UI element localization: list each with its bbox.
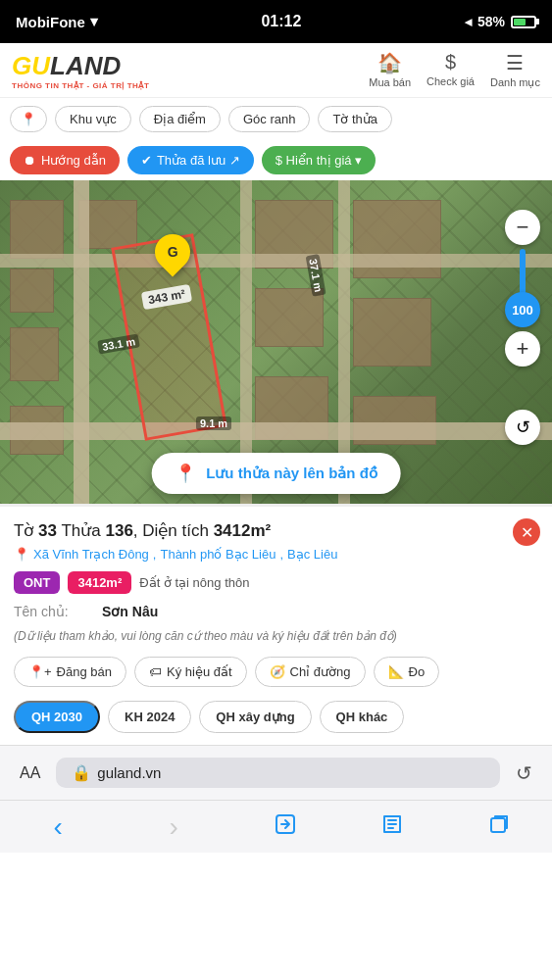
tabs-btn[interactable] — [479, 805, 519, 850]
dang-ban-icon: 📍+ — [28, 664, 52, 679]
nav-mua-ban-label: Mua bán — [369, 76, 411, 88]
svg-rect-1 — [491, 818, 505, 832]
thua-number: 136 — [105, 521, 132, 540]
tag-area: 3412m² — [68, 571, 131, 594]
map-building — [10, 269, 54, 313]
thua-da-luu-btn[interactable]: ✔ Thửa đã lưu ↗ — [127, 146, 254, 174]
ky-hieu-label: Ký hiệu đất — [167, 664, 232, 679]
kh-2024-label: KH 2024 — [125, 710, 175, 724]
action-row: 📍+ Đăng bán 🏷 Ký hiệu đất 🧭 Chỉ đường 📐 … — [14, 657, 538, 689]
road-horizontal-2 — [0, 422, 552, 440]
close-btn[interactable]: ✕ — [513, 518, 540, 546]
kh-2024-btn[interactable]: KH 2024 — [108, 701, 191, 733]
filter-bar: 📍 Khu vực Địa điểm Góc ranh Tờ thửa — [0, 98, 552, 140]
qh-khac-btn[interactable]: QH khác — [320, 701, 405, 733]
zoom-out-btn[interactable]: − — [505, 210, 540, 245]
status-bar: MobiFone ▾ 01:12 ◂ 58% — [0, 0, 552, 43]
to-number: 33 — [38, 521, 57, 540]
tag-desc: Đất ở tại nông thôn — [139, 575, 249, 590]
hien-thi-gia-btn[interactable]: $ Hiển thị giá ▾ — [262, 146, 376, 174]
goc-ranh-label: Góc ranh — [243, 112, 295, 126]
thua-da-luu-label: Thửa đã lưu ↗ — [157, 153, 240, 168]
location-btn[interactable]: 📍 — [10, 106, 47, 132]
pin-letter: G — [168, 244, 178, 260]
to-thua-btn[interactable]: Tờ thửa — [318, 106, 392, 132]
do-label: Đo — [409, 664, 426, 679]
map-zoom-controls: − 100 + — [505, 210, 540, 367]
qh-xay-dung-btn[interactable]: QH xây dựng — [199, 701, 311, 733]
font-size-control[interactable]: AA — [20, 764, 40, 782]
logo-land: LAND — [50, 51, 121, 81]
info-owner: Tên chủ: Sơn Nâu — [14, 604, 538, 619]
huong-dan-btn[interactable]: ⏺ Hướng dẫn — [10, 146, 120, 174]
reload-btn[interactable]: ↺ — [516, 761, 532, 785]
save-banner-text: Lưu thửa này lên bản đồ — [206, 465, 377, 482]
huong-dan-label: Hướng dẫn — [41, 153, 106, 168]
time-display: 01:12 — [261, 13, 301, 30]
dang-ban-label: Đăng bán — [57, 664, 112, 679]
dollar-icon: $ — [445, 51, 456, 74]
dang-ban-btn[interactable]: 📍+ Đăng bán — [14, 657, 126, 687]
map-building — [10, 200, 64, 259]
bottom-nav: ‹ › — [0, 800, 552, 853]
logo-sub: THÔNG TIN THẬT - GIÁ TRỊ THẬT — [12, 81, 149, 90]
road-horizontal — [0, 254, 552, 268]
logo: G U LAND THÔNG TIN THẬT - GIÁ TRỊ THẬT — [12, 51, 149, 90]
map-building — [10, 327, 59, 381]
dia-diem-btn[interactable]: Địa điểm — [139, 106, 221, 132]
logo-u: U — [31, 51, 50, 81]
url-text: guland.vn — [97, 764, 161, 781]
back-btn[interactable]: ‹ — [33, 804, 81, 851]
nav-item-check-gia[interactable]: $ Check giá — [427, 51, 475, 89]
record-icon: ⏺ — [24, 153, 36, 168]
dim-label-3: 9.1 m — [196, 416, 231, 430]
zoom-in-btn[interactable]: + — [505, 331, 540, 367]
location-icon: ◂ — [465, 14, 472, 29]
logo-g: G — [12, 51, 31, 81]
home-icon: 🏠 — [377, 51, 402, 74]
checkmark-icon: ✔ — [141, 153, 152, 168]
nav-check-gia-label: Check giá — [427, 75, 475, 87]
owner-value: Sơn Nâu — [102, 604, 158, 619]
location-pin-icon: 📍 — [14, 547, 29, 562]
battery-percent: 58% — [477, 14, 505, 29]
bookmark-btn[interactable] — [373, 805, 412, 850]
zoom-slider[interactable]: 100 — [520, 249, 526, 327]
nav-items: 🏠 Mua bán $ Check giá ☰ Danh mục — [369, 51, 540, 89]
nav-bar: G U LAND THÔNG TIN THẬT - GIÁ TRỊ THẬT 🏠… — [0, 43, 552, 98]
forward-btn[interactable]: › — [150, 804, 198, 851]
info-location: 📍 Xã Vĩnh Trạch Đông, Thành phố Bạc Liêu… — [14, 547, 538, 562]
do-icon: 📐 — [388, 664, 404, 679]
qh-xay-dung-label: QH xây dựng — [216, 710, 294, 724]
menu-icon: ☰ — [506, 51, 524, 74]
khu-vuc-btn[interactable]: Khu vực — [55, 106, 131, 132]
map-building — [255, 288, 324, 347]
map-building — [353, 298, 431, 367]
zoom-handle: 100 — [505, 292, 540, 327]
location-3[interactable]: Bạc Liêu — [287, 547, 337, 562]
url-bar[interactable]: 🔒 guland.vn — [56, 758, 500, 788]
carrier-label: MobiFone — [16, 14, 85, 30]
dien-tich: 3412 — [214, 521, 251, 540]
goc-ranh-btn[interactable]: Góc ranh — [228, 106, 310, 132]
nav-danh-muc-label: Danh mục — [490, 76, 540, 89]
map-refresh-btn[interactable]: ↺ — [505, 410, 540, 445]
info-title: Tờ 33 Thửa 136, Diện tích 3412m² — [14, 520, 538, 541]
qh-row: QH 2030 KH 2024 QH xây dựng QH khác — [14, 701, 538, 735]
ky-hieu-icon: 🏷 — [149, 664, 162, 679]
hien-thi-gia-label: $ Hiển thị giá ▾ — [276, 153, 362, 168]
location-2[interactable]: Thành phố Bạc Liêu — [160, 547, 276, 562]
qh-2030-btn[interactable]: QH 2030 — [14, 701, 100, 733]
location-1[interactable]: Xã Vĩnh Trạch Đông — [33, 547, 149, 562]
ky-hieu-dat-btn[interactable]: 🏷 Ký hiệu đất — [134, 657, 247, 687]
nav-item-mua-ban[interactable]: 🏠 Mua bán — [369, 51, 411, 89]
nav-item-danh-muc[interactable]: ☰ Danh mục — [490, 51, 540, 89]
action-bar: ⏺ Hướng dẫn ✔ Thửa đã lưu ↗ $ Hiển thị g… — [0, 140, 552, 180]
do-btn[interactable]: 📐 Đo — [374, 657, 440, 687]
chi-duong-btn[interactable]: 🧭 Chỉ đường — [255, 657, 366, 687]
map-area[interactable]: 37.1 m 33.1 m 9.1 m 343 m² G − 100 + ↺ 📍… — [0, 180, 552, 504]
status-bar-right: ◂ 58% — [465, 14, 536, 29]
save-banner[interactable]: 📍 Lưu thửa này lên bản đồ — [151, 453, 401, 494]
info-note: (Dữ liệu tham khảo, vui lòng căn cứ theo… — [14, 627, 538, 645]
share-btn[interactable] — [266, 805, 305, 850]
